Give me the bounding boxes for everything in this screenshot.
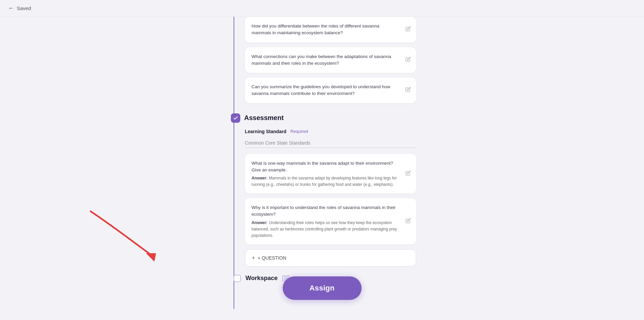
edit-icon-2[interactable]: [405, 57, 411, 63]
assessment-card-1: What is one-way mammals in the savanna a…: [245, 154, 416, 194]
question-card-1: How did you differentiate between the ro…: [245, 17, 416, 43]
question-text-3: Can you summarize the guidelines you dev…: [252, 84, 391, 96]
answer-label-2: Answer:: [252, 220, 267, 225]
answer-text-2: Understanding their roles helps us see h…: [252, 220, 397, 238]
answer-text-1: Mammals in the savanna adapt by developi…: [252, 176, 397, 187]
assessment-answer-2: Answer: Understanding their roles helps …: [252, 219, 399, 238]
content-panel: How did you differentiate between the ro…: [228, 17, 416, 309]
edit-icon-aq2[interactable]: [405, 218, 411, 225]
main-content: How did you differentiate between the ro…: [0, 17, 644, 320]
assessment-question-1: What is one-way mammals in the savanna a…: [252, 160, 399, 174]
content-inner: How did you differentiate between the ro…: [228, 17, 416, 282]
add-question-label: + QUESTION: [258, 255, 286, 261]
assessment-answer-1: Answer: Mammals in the savanna adapt by …: [252, 175, 399, 188]
required-badge: Required: [290, 129, 308, 134]
assessment-section-header: Assessment: [245, 113, 416, 123]
workspace-label: Workspace: [246, 275, 278, 282]
assign-button[interactable]: Assign: [283, 276, 361, 300]
top-bar: ← Saved: [0, 0, 644, 17]
learning-standard-label: Learning Standard: [245, 129, 287, 134]
answer-label-1: Answer:: [252, 176, 267, 180]
question-card-2: What connections can you make between th…: [245, 47, 416, 73]
question-text-2: What connections can you make between th…: [252, 54, 391, 66]
assign-button-container: Assign: [283, 276, 361, 300]
question-text-1: How did you differentiate between the ro…: [252, 23, 380, 35]
edit-icon-aq1[interactable]: [405, 170, 411, 177]
saved-label: Saved: [17, 5, 31, 11]
learning-standard-input[interactable]: [245, 138, 416, 148]
back-button[interactable]: ← Saved: [8, 5, 31, 12]
assessment-question-2: Why is it important to understand the ro…: [252, 204, 399, 218]
question-card-3: Can you summarize the guidelines you dev…: [245, 77, 416, 103]
learning-standard-row: Learning Standard Required: [245, 129, 416, 134]
assessment-card-2: Why is it important to understand the ro…: [245, 198, 416, 245]
edit-icon-1[interactable]: [405, 26, 411, 33]
plus-icon: +: [252, 255, 255, 261]
edit-icon-3[interactable]: [405, 87, 411, 94]
workspace-checkbox[interactable]: [234, 275, 241, 282]
add-question-button[interactable]: + + QUESTION: [245, 249, 416, 267]
assessment-checkbox[interactable]: [231, 113, 240, 123]
assessment-title: Assessment: [244, 114, 284, 122]
back-arrow-icon: ←: [8, 5, 14, 12]
